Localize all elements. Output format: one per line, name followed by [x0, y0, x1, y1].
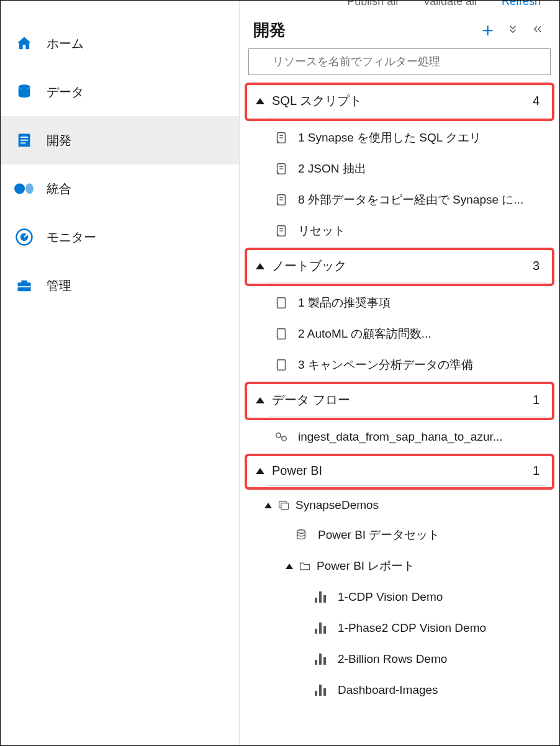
section-count: 1 [533, 393, 540, 407]
bar-chart-icon [313, 651, 329, 667]
sql-script-item[interactable]: 2 JSON 抽出 [240, 153, 559, 184]
svg-rect-3 [20, 140, 28, 141]
data-flow-item[interactable]: ingest_data_from_sap_hana_to_azur... [240, 421, 559, 452]
expand-triangle-icon [286, 564, 293, 569]
notebook-item[interactable]: 1 製品の推奨事項 [240, 287, 559, 318]
sidebar-item-data[interactable]: データ [1, 68, 239, 116]
sidebar-item-monitor[interactable]: モニター [1, 213, 239, 261]
svg-point-39 [276, 433, 281, 438]
section-label: SQL スクリプト [272, 92, 533, 109]
integrate-icon [12, 177, 37, 200]
section-sql-scripts[interactable]: SQL スクリプト 4 [247, 85, 552, 117]
notebook-item[interactable]: 3 キャンペーン分析データの準備 [240, 349, 559, 380]
expand-triangle-icon [264, 503, 272, 508]
bar-chart-icon [313, 589, 329, 605]
svg-rect-31 [278, 329, 286, 339]
section-power-bi-highlight: Power BI 1 [245, 454, 554, 490]
powerbi-workspace[interactable]: SynapseDemos [240, 491, 559, 519]
section-power-bi[interactable]: Power BI 1 [247, 456, 552, 485]
add-button[interactable]: + [482, 20, 494, 40]
toolbar-partial: Publish all Validate all Refresh [240, 1, 559, 8]
leaf-label: 1-Phase2 CDP Vision Demo [338, 621, 486, 635]
powerbi-datasets[interactable]: Power BI データセット [240, 519, 559, 551]
expand-all-icon[interactable] [507, 24, 518, 37]
sidebar-item-manage[interactable]: 管理 [1, 261, 239, 310]
expand-triangle-icon [256, 263, 264, 269]
svg-rect-35 [278, 360, 286, 371]
section-count: 4 [533, 94, 540, 108]
script-icon [273, 161, 289, 177]
section-label: データ フロー [272, 392, 533, 408]
leaf-label: 2-Billion Rows Demo [338, 652, 447, 666]
develop-icon [12, 128, 37, 152]
monitor-icon [12, 225, 37, 249]
collapse-all-icon[interactable] [532, 24, 543, 37]
powerbi-report-item[interactable]: 2-Billion Rows Demo [240, 644, 559, 675]
workspace-label: SynapseDemos [296, 498, 379, 512]
leaf-label: 1 Synapse を使用した SQL クエリ [298, 130, 481, 146]
reports-folder-label: Power BI レポート [317, 558, 415, 574]
svg-rect-4 [20, 143, 25, 144]
powerbi-report-item[interactable]: Dashboard-Images [240, 675, 559, 706]
leaf-label: 2 AutoML の顧客訪問数... [298, 326, 431, 342]
svg-point-0 [19, 84, 30, 89]
sql-script-item[interactable]: リセット [240, 215, 559, 246]
section-count: 3 [533, 259, 540, 273]
folder-icon [297, 560, 313, 572]
svg-rect-11 [21, 281, 27, 284]
svg-rect-12 [18, 286, 31, 287]
expand-triangle-icon [256, 397, 264, 403]
notebook-item[interactable]: 2 AutoML の顧客訪問数... [240, 318, 559, 349]
sidebar-item-home[interactable]: ホーム [1, 19, 239, 68]
sidebar-item-label: ホーム [47, 35, 84, 52]
svg-rect-27 [278, 298, 286, 308]
sidebar-item-integrate[interactable]: 統合 [1, 164, 239, 213]
sql-script-item[interactable]: 1 Synapse を使用した SQL クエリ [240, 122, 559, 153]
bar-chart-icon [313, 682, 329, 698]
leaf-label: Power BI データセット [318, 527, 440, 543]
leaf-label: 2 JSON 抽出 [298, 161, 366, 177]
sql-script-item[interactable]: 8 外部データをコピー経由で Synapse に... [240, 184, 559, 215]
svg-point-6 [25, 184, 34, 194]
sidebar-item-label: 管理 [47, 277, 71, 294]
sidebar-item-label: 統合 [47, 181, 71, 197]
svg-rect-42 [281, 503, 289, 510]
section-data-flows[interactable]: データ フロー 1 [247, 384, 552, 416]
script-icon [273, 130, 289, 146]
toolbox-icon [12, 274, 37, 297]
database-icon [12, 80, 37, 104]
dataset-icon [293, 527, 309, 543]
svg-point-40 [282, 436, 286, 441]
section-notebooks-highlight: ノートブック 3 [245, 248, 554, 286]
leaf-label: ingest_data_from_sap_hana_to_azur... [298, 430, 503, 444]
powerbi-report-item[interactable]: 1-CDP Vision Demo [240, 582, 559, 613]
filter-input[interactable] [248, 48, 551, 75]
script-icon [273, 223, 289, 239]
svg-point-5 [14, 184, 25, 194]
leaf-label: 3 キャンペーン分析データの準備 [298, 357, 473, 373]
notebook-icon [273, 326, 289, 342]
sidebar-item-label: 開発 [47, 132, 71, 149]
sidebar-item-develop[interactable]: 開発 [1, 116, 239, 164]
section-notebooks[interactable]: ノートブック 3 [247, 250, 552, 282]
toolbar-publish[interactable]: Publish all [347, 1, 398, 8]
toolbar-validate[interactable]: Validate all [423, 1, 477, 8]
toolbar-refresh[interactable]: Refresh [502, 1, 541, 8]
dataflow-icon [273, 429, 289, 445]
section-data-flows-highlight: データ フロー 1 [245, 382, 554, 420]
expand-triangle-icon [256, 468, 264, 474]
main-panel: Publish all Validate all Refresh 開発 + [240, 1, 559, 745]
powerbi-report-item[interactable]: 1-Phase2 CDP Vision Demo [240, 613, 559, 644]
panel-title: 開発 [253, 19, 286, 41]
expand-triangle-icon [256, 98, 264, 104]
notebook-icon [273, 295, 289, 311]
leaf-label: リセット [298, 223, 345, 239]
powerbi-reports-folder[interactable]: Power BI レポート [240, 551, 559, 582]
script-icon [273, 192, 289, 208]
leaf-label: 1 製品の推奨事項 [298, 295, 391, 311]
notebook-icon [273, 357, 289, 373]
svg-rect-2 [20, 137, 28, 138]
sidebar: ホーム データ 開発 統合 モニター [1, 1, 240, 745]
section-label: Power BI [272, 464, 533, 478]
resource-tree: SQL スクリプト 4 1 Synapse を使用した SQL クエリ 2 JS… [240, 78, 559, 745]
